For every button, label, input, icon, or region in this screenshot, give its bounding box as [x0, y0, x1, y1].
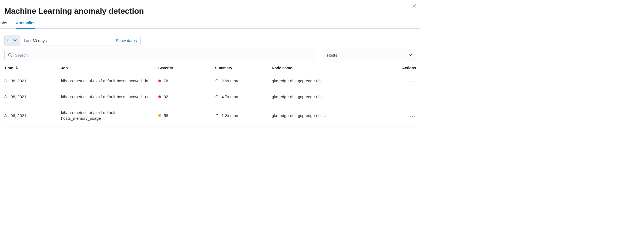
cell-node-name: gke-edge-oblt-gcp-edge-oblt... — [272, 89, 397, 105]
chevron-down-icon — [13, 38, 17, 43]
cell-time: Jul 08, 2021 — [4, 105, 61, 126]
summary-text: 4.7x more — [222, 94, 240, 99]
col-header-summary[interactable]: Summary — [215, 63, 272, 73]
cell-severity: 76 — [158, 73, 215, 89]
row-actions-button[interactable] — [409, 115, 416, 118]
cell-severity: 92 — [158, 89, 215, 105]
sort-desc-icon — [15, 66, 18, 69]
page-title: Machine Learning anomaly detection — [4, 6, 416, 16]
cell-time: Jul 08, 2021 — [4, 73, 61, 89]
cell-actions — [397, 73, 416, 89]
arrow-up-icon — [215, 114, 219, 117]
anomalies-table: Time Job Severity Summary Node name Acti… — [4, 63, 416, 126]
tabs: Jobs Anomalies — [0, 20, 420, 29]
svg-line-7 — [11, 56, 12, 57]
close-icon — [412, 4, 416, 8]
severity-dot-icon — [158, 80, 161, 82]
tab-anomalies[interactable]: Anomalies — [16, 20, 35, 29]
table-row: Jul 08, 2021kibana-metrics-ui-alexf-defa… — [4, 89, 416, 105]
search-input[interactable] — [15, 53, 313, 57]
severity-dot-icon — [158, 95, 161, 98]
cell-severity: 58 — [158, 105, 215, 126]
chevron-down-icon — [409, 53, 412, 57]
cell-summary: 4.7x more — [215, 89, 272, 105]
tab-jobs[interactable]: Jobs — [0, 20, 7, 29]
cell-summary: 2.9x more — [215, 73, 272, 89]
cell-actions — [397, 89, 416, 105]
severity-value: 58 — [164, 113, 168, 118]
col-header-time[interactable]: Time — [4, 63, 61, 73]
row-actions-button[interactable] — [409, 96, 416, 99]
col-header-node[interactable]: Node name — [272, 63, 397, 73]
row-actions-button[interactable] — [409, 80, 416, 83]
col-header-job[interactable]: Job — [61, 63, 158, 73]
cell-summary: 1.2x more — [215, 105, 272, 126]
summary-text: 1.2x more — [222, 113, 240, 118]
cell-node-name: gke-edge-oblt-gcp-edge-oblt... — [272, 73, 397, 89]
severity-value: 92 — [164, 94, 168, 99]
filter-select-value: Hosts — [327, 53, 337, 57]
cell-time: Jul 08, 2021 — [4, 89, 61, 105]
filter-select[interactable]: Hosts — [323, 50, 416, 60]
svg-point-6 — [8, 53, 11, 56]
col-header-severity[interactable]: Severity — [158, 63, 215, 73]
job-name: kibana-metrics-ui-alexf-default-hosts_ne… — [61, 78, 156, 84]
severity-dot-icon — [158, 114, 161, 117]
col-header-actions: Actions — [397, 63, 416, 73]
cell-job: kibana-metrics-ui-alexf-default-hosts_me… — [61, 105, 158, 126]
severity-value: 76 — [164, 78, 168, 83]
search-box[interactable] — [4, 50, 316, 60]
table-row: Jul 08, 2021kibana-metrics-ui-alexf-defa… — [4, 105, 416, 126]
job-name: kibana-metrics-ui-alexf-default-hosts_ne… — [61, 94, 156, 100]
table-row: Jul 08, 2021kibana-metrics-ui-alexf-defa… — [4, 73, 416, 89]
cell-job: kibana-metrics-ui-alexf-default-hosts_ne… — [61, 73, 158, 89]
date-range-picker: Last 30 days Show dates — [4, 35, 141, 46]
arrow-up-icon — [215, 95, 219, 99]
summary-text: 2.9x more — [222, 78, 240, 83]
show-dates-link[interactable]: Show dates — [112, 35, 140, 46]
calendar-button[interactable] — [5, 35, 20, 46]
close-button[interactable] — [411, 3, 418, 9]
date-range-label[interactable]: Last 30 days — [20, 35, 112, 46]
col-header-time-label: Time — [4, 66, 13, 70]
search-icon — [8, 53, 12, 57]
cell-job: kibana-metrics-ui-alexf-default-hosts_ne… — [61, 89, 158, 105]
svg-rect-2 — [8, 39, 11, 42]
job-name: kibana-metrics-ui-alexf-default-hosts_me… — [61, 110, 156, 122]
cell-actions — [397, 105, 416, 126]
arrow-up-icon — [215, 79, 219, 83]
cell-node-name: gke-edge-oblt-gcp-edge-oblt... — [272, 105, 397, 126]
calendar-icon — [7, 38, 12, 43]
table-header-row: Time Job Severity Summary Node name Acti… — [4, 63, 416, 73]
